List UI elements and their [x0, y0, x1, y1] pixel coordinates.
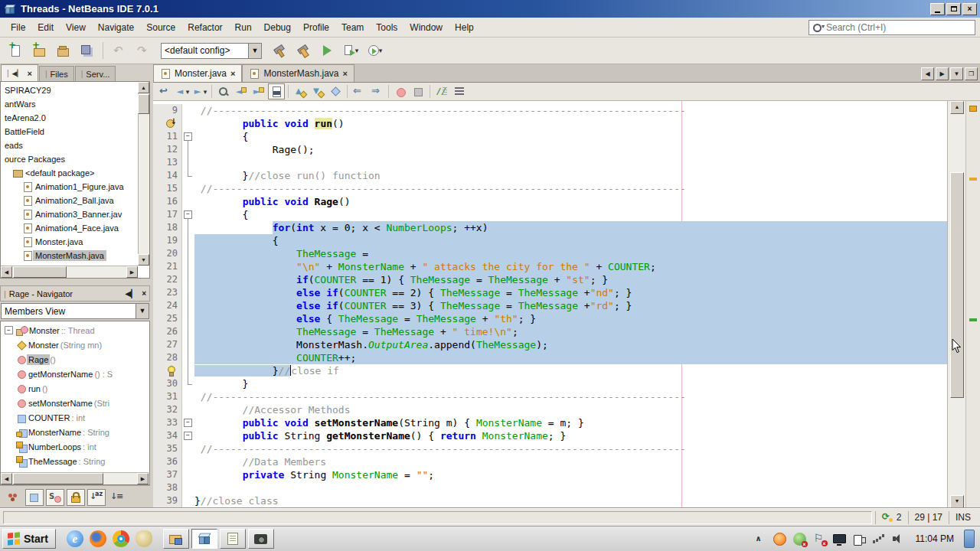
start-button[interactable]: Start	[2, 529, 56, 549]
code-line-9[interactable]: 9 //------------------------------------…	[153, 104, 947, 117]
project-tree-item-animation1-figure-java[interactable]: Animation1_Figure.java	[1, 180, 138, 194]
error-stripe-mark[interactable]	[969, 178, 977, 181]
debug-button[interactable]: ▾	[340, 40, 361, 61]
fields-filter-filter-button[interactable]	[25, 489, 44, 506]
code-line-28[interactable]: 28 COUNTER++;	[153, 351, 947, 364]
taskbar-notepad-button[interactable]	[220, 529, 246, 549]
navigator-root-monster[interactable]: −Monster :: Thread	[2, 323, 149, 337]
project-tree-item-battlefield[interactable]: BattleField	[1, 125, 138, 139]
tray-volume-icon[interactable]	[893, 533, 906, 546]
back-button[interactable]: ▾	[174, 83, 191, 99]
line-text[interactable]: //--------------------------------------…	[194, 442, 947, 455]
tray-media-icon[interactable]	[773, 533, 786, 546]
undo-button[interactable]	[109, 40, 130, 61]
gutter-line-32[interactable]: 32	[153, 403, 182, 416]
gutter-line-13[interactable]: 13	[153, 156, 182, 169]
line-text[interactable]: //--------------------------------------…	[194, 104, 947, 117]
scroll-up-button[interactable]: ▲	[950, 101, 964, 114]
override-annotation-icon[interactable]	[165, 118, 176, 129]
gutter-line-22[interactable]: 22	[153, 273, 182, 286]
line-text[interactable]: public void Rage()	[194, 195, 947, 208]
code-line-25[interactable]: 25 else { TheMessage = TheMessage + "th"…	[153, 312, 947, 325]
editor-tab-monster-java[interactable]: Monster.java×	[153, 64, 242, 82]
code-line-23[interactable]: 23 else if(COUNTER == 2) { TheMessage = …	[153, 286, 947, 299]
firefox-icon[interactable]	[90, 530, 106, 547]
tray-display-icon[interactable]	[833, 533, 846, 546]
gutter-line-15[interactable]: 15	[153, 182, 182, 195]
project-tree-item-tearena2-0[interactable]: teArena2.0	[1, 111, 138, 125]
error-stripe-mark[interactable]	[969, 318, 977, 321]
menu-help[interactable]: Help	[449, 20, 480, 35]
line-text[interactable]: TheMessage = TheMessage + " time!\n";	[194, 325, 947, 338]
scroll-left-button[interactable]: ◀	[1, 266, 12, 278]
show-desktop-button[interactable]	[964, 530, 975, 548]
shift-right-button[interactable]	[368, 83, 385, 99]
minimize-navigator-icon[interactable]: ◀▏	[126, 289, 137, 298]
project-tree-item--default-package-[interactable]: <default package>	[1, 166, 138, 180]
project-tree-item-antwars[interactable]: antWars	[1, 97, 138, 111]
menu-team[interactable]: Team	[335, 20, 370, 35]
stop-button[interactable]	[410, 83, 426, 99]
prev-bookmark-button[interactable]	[292, 83, 309, 99]
tray-flag-icon[interactable]	[813, 533, 826, 546]
tray-expand-icon[interactable]	[753, 533, 766, 546]
panel-splitter[interactable]	[0, 279, 150, 285]
clean-build-button[interactable]	[292, 40, 314, 61]
code-line-32[interactable]: 32 //Accessor Methods	[153, 403, 947, 416]
gutter-line-31[interactable]: 31	[153, 390, 182, 403]
open-project-button[interactable]	[52, 40, 74, 61]
navigator-member-counter[interactable]: COUNTER : int	[2, 410, 149, 425]
gutter-line-11[interactable]: 11	[153, 130, 182, 143]
navigator-member-setmonstername[interactable]: setMonsterName(Stri	[2, 396, 149, 410]
chevron-down-icon[interactable]: ▼	[136, 304, 149, 318]
navigator-header[interactable]: | Rage - Navigator ◀▏ ×	[0, 285, 150, 302]
line-text[interactable]: {	[194, 130, 947, 143]
menu-window[interactable]: Window	[403, 20, 449, 35]
close-tab-icon[interactable]: ×	[343, 69, 348, 78]
line-text[interactable]: public String getMonsterName() { return …	[194, 429, 947, 442]
search-input[interactable]	[826, 22, 972, 33]
gutter-line-27[interactable]: 27	[153, 338, 182, 351]
gutter-line-18[interactable]: 18	[153, 221, 182, 234]
line-text[interactable]: {	[194, 234, 947, 247]
inherited-filter-button[interactable]	[5, 489, 23, 506]
navigator-horizontal-scrollbar[interactable]: ◀ ▶	[1, 472, 149, 484]
services-tab[interactable]: |Serv...	[75, 66, 116, 81]
projects-horizontal-scrollbar[interactable]: ◀ ▶	[1, 266, 138, 278]
sort-source-filter-button[interactable]	[108, 489, 126, 506]
search-box[interactable]	[808, 20, 975, 35]
menu-source[interactable]: Source	[140, 20, 181, 35]
editor-tab-monstermash-java[interactable]: MonsterMash.java×	[242, 64, 354, 82]
code-line-27[interactable]: 27 MonsterMash.OutputArea.append(TheMess…	[153, 338, 947, 351]
close-navigator-icon[interactable]: ×	[142, 289, 146, 298]
gutter-line-12[interactable]: 12	[153, 143, 182, 156]
code-line-37[interactable]: 37 private String MonsterName = "";	[153, 468, 947, 481]
scroll-up-button[interactable]: ▲	[138, 82, 149, 93]
code-line-17[interactable]: 17 {	[153, 208, 947, 221]
line-text[interactable]: }	[194, 377, 947, 390]
line-text[interactable]: //--------------------------------------…	[194, 182, 947, 195]
collapse-icon[interactable]: −	[5, 326, 13, 334]
code-line-34[interactable]: 34 public String getMonsterName() { retu…	[153, 429, 947, 442]
files-tab[interactable]: |Files	[39, 66, 74, 81]
gutter-line-10[interactable]	[153, 117, 182, 130]
project-tree-item-monstermash-java[interactable]: MonsterMash.java	[1, 249, 138, 262]
projects-tab[interactable]: | ◀▏ ×	[1, 64, 38, 81]
gutter-line-29[interactable]	[153, 364, 182, 377]
save-all-button[interactable]	[76, 40, 97, 61]
code-line-15[interactable]: 15 //-----------------------------------…	[153, 182, 947, 195]
navigator-member-run[interactable]: run()	[2, 381, 149, 396]
toggle-bookmark-button[interactable]	[327, 83, 344, 99]
forward-button[interactable]: ▾	[191, 83, 208, 99]
gutter-line-33[interactable]: 33	[153, 416, 182, 429]
updates-cell[interactable]: 2	[875, 511, 908, 524]
gutter-line-17[interactable]: 17	[153, 208, 182, 221]
config-select[interactable]: <default config>▼	[161, 43, 262, 59]
gutter-line-25[interactable]: 25	[153, 312, 182, 325]
gutter-line-39[interactable]: 39	[153, 494, 182, 507]
menu-edit[interactable]: Edit	[31, 20, 60, 35]
code-line-30[interactable]: 30 }	[153, 377, 947, 390]
line-text[interactable]	[194, 156, 947, 169]
new-project-button[interactable]	[28, 40, 50, 61]
comment-button[interactable]	[433, 83, 450, 99]
